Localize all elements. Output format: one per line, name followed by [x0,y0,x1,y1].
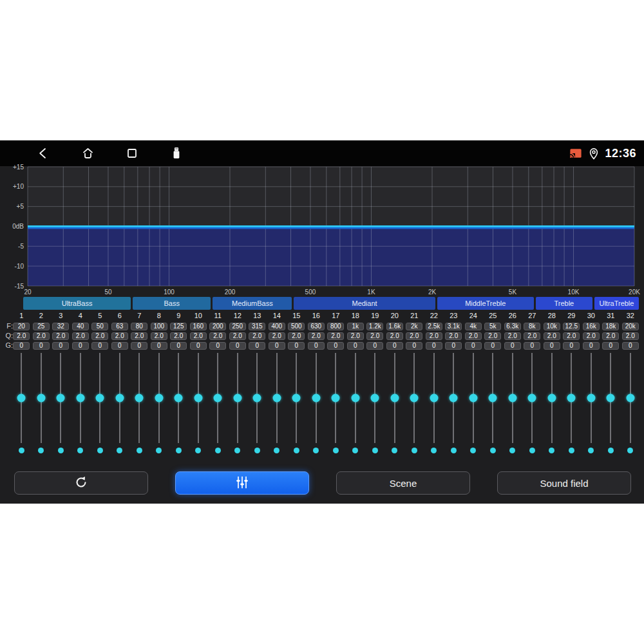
gain-value-chip[interactable]: 0 [308,342,325,350]
eq-gain-slider[interactable] [562,353,582,443]
eq-gain-slider[interactable] [464,353,484,443]
freq-value-chip[interactable]: 5k [484,323,501,330]
slider-knob[interactable] [469,394,477,402]
sound-field-button[interactable]: Sound field [497,471,631,495]
gain-value-chip[interactable]: 0 [111,342,128,350]
eq-gain-slider[interactable] [542,353,562,443]
gain-value-chip[interactable]: 0 [426,342,442,350]
freq-value-chip[interactable]: 1.6k [386,323,403,330]
q-value-chip[interactable]: 2.0 [386,332,403,340]
q-value-chip[interactable]: 2.0 [288,332,305,340]
slider-knob[interactable] [508,394,516,402]
eq-gain-slider[interactable] [247,353,267,443]
freq-value-chip[interactable]: 800 [327,323,344,330]
freq-value-chip[interactable]: 63 [111,323,128,330]
slider-knob[interactable] [214,394,222,402]
q-value-chip[interactable]: 2.0 [406,332,422,340]
freq-value-chip[interactable]: 32 [52,323,69,330]
gain-value-chip[interactable]: 0 [170,342,187,350]
freq-value-chip[interactable]: 20 [13,323,30,330]
freq-value-chip[interactable]: 1k [347,323,364,330]
slider-knob[interactable] [410,394,419,402]
slider-knob[interactable] [332,394,340,402]
eq-gain-slider[interactable] [385,353,405,443]
q-value-chip[interactable]: 2.0 [465,332,482,340]
eq-gain-slider[interactable] [169,353,189,443]
eq-gain-slider[interactable] [503,353,523,443]
freq-value-chip[interactable]: 2.5k [426,323,442,330]
slider-knob[interactable] [450,394,458,402]
q-value-chip[interactable]: 2.0 [504,332,521,340]
eq-gain-slider[interactable] [129,353,149,443]
gain-value-chip[interactable]: 0 [465,342,482,350]
freq-value-chip[interactable]: 100 [151,323,167,330]
freq-value-chip[interactable]: 1.2k [366,323,383,330]
eq-gain-slider[interactable] [522,353,542,443]
q-value-chip[interactable]: 2.0 [366,332,383,340]
q-value-chip[interactable]: 2.0 [622,332,639,340]
slider-knob[interactable] [76,394,84,402]
slider-knob[interactable] [272,394,281,402]
gain-value-chip[interactable]: 0 [544,342,560,350]
freq-value-chip[interactable]: 4k [465,323,482,330]
q-value-chip[interactable]: 2.0 [249,332,265,340]
q-value-chip[interactable]: 2.0 [426,332,442,340]
freq-value-chip[interactable]: 16k [583,323,600,330]
gain-value-chip[interactable]: 0 [524,342,540,350]
slider-knob[interactable] [292,394,301,402]
eq-gain-slider[interactable] [346,353,366,443]
eq-gain-slider[interactable] [12,353,32,443]
gain-value-chip[interactable]: 0 [445,342,462,350]
slider-knob[interactable] [371,394,379,402]
q-value-chip[interactable]: 2.0 [445,332,462,340]
freq-value-chip[interactable]: 125 [170,323,187,330]
gain-value-chip[interactable]: 0 [52,342,69,350]
slider-knob[interactable] [175,394,183,402]
slider-knob[interactable] [607,394,615,402]
q-value-chip[interactable]: 2.0 [583,332,600,340]
q-value-chip[interactable]: 2.0 [91,332,108,340]
gain-value-chip[interactable]: 0 [288,342,305,350]
q-value-chip[interactable]: 2.0 [524,332,540,340]
equalizer-button[interactable] [175,471,309,495]
freq-value-chip[interactable]: 630 [308,323,325,330]
freq-value-chip[interactable]: 315 [249,323,265,330]
q-value-chip[interactable]: 2.0 [13,332,30,340]
gain-value-chip[interactable]: 0 [583,342,600,350]
slider-knob[interactable] [233,394,242,402]
eq-gain-slider[interactable] [365,353,385,443]
gain-value-chip[interactable]: 0 [504,342,521,350]
freq-value-chip[interactable]: 40 [72,323,89,330]
eq-gain-slider[interactable] [267,353,287,443]
slider-knob[interactable] [96,394,104,402]
q-value-chip[interactable]: 2.0 [33,332,50,340]
reset-button[interactable] [14,471,148,495]
gain-value-chip[interactable]: 0 [72,342,89,350]
eq-gain-slider[interactable] [424,353,444,443]
slider-knob[interactable] [390,394,399,402]
q-value-chip[interactable]: 2.0 [269,332,285,340]
gain-value-chip[interactable]: 0 [484,342,501,350]
q-value-chip[interactable]: 2.0 [72,332,89,340]
eq-gain-slider[interactable] [228,353,248,443]
slider-knob[interactable] [547,394,556,402]
q-value-chip[interactable]: 2.0 [347,332,364,340]
eq-gain-slider[interactable] [189,353,209,443]
eq-gain-slider[interactable] [582,353,601,443]
gain-value-chip[interactable]: 0 [249,342,265,350]
freq-value-chip[interactable]: 200 [209,323,226,330]
freq-value-chip[interactable]: 18k [602,323,619,330]
slider-knob[interactable] [351,394,359,402]
gain-value-chip[interactable]: 0 [190,342,207,350]
gain-value-chip[interactable]: 0 [131,342,147,350]
slider-knob[interactable] [626,394,634,402]
q-value-chip[interactable]: 2.0 [111,332,128,340]
slider-knob[interactable] [37,394,45,402]
freq-value-chip[interactable]: 160 [190,323,207,330]
freq-value-chip[interactable]: 400 [269,323,285,330]
eq-gain-slider[interactable] [621,353,641,443]
gain-value-chip[interactable]: 0 [229,342,246,350]
slider-knob[interactable] [155,394,163,402]
gain-value-chip[interactable]: 0 [602,342,619,350]
eq-gain-slider[interactable] [601,353,621,443]
